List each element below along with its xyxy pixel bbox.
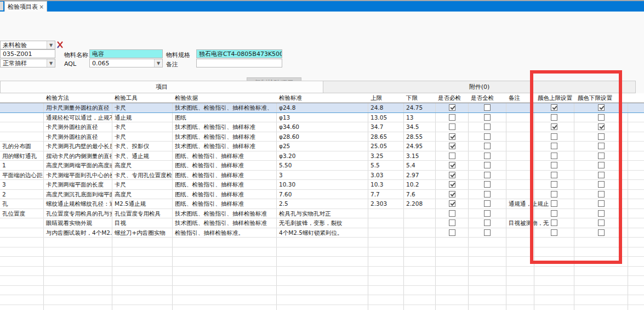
cell-blank[interactable] (628, 122, 644, 132)
cell-method[interactable]: 眼睛观看实物外观 (44, 218, 112, 228)
checkbox-must-check[interactable] (449, 229, 455, 236)
cell-note[interactable] (506, 113, 534, 122)
cell-upper[interactable]: 25.05 (368, 142, 404, 151)
cell-standard[interactable]: 10.30 (277, 180, 368, 189)
cell-upper[interactable] (368, 209, 404, 218)
cell-lower[interactable]: 28.55 (404, 132, 436, 142)
checkbox-full-check[interactable] (484, 191, 491, 198)
checkbox-color-lower[interactable] (598, 114, 605, 121)
cell-must[interactable] (436, 122, 469, 132)
checkbox-full-check[interactable] (484, 229, 491, 236)
checkbox-full-check[interactable] (484, 200, 491, 207)
cell-note[interactable] (506, 171, 534, 180)
cell-standard[interactable]: 5.50 (277, 161, 368, 170)
cell-method[interactable]: 卡尺测外圆柱的直径 (44, 122, 112, 132)
checkbox-color-upper[interactable] (551, 172, 557, 178)
table-row[interactable]: 与内齿圈试装时，4个M2.5螺螺丝刀+内齿圈实物检验指引、抽样检验标准。4个M2… (0, 228, 644, 238)
cell-tool[interactable]: 卡尺、专用孔位置度检具。 (112, 171, 173, 180)
cell-lower[interactable] (404, 228, 436, 238)
table-row[interactable]: 卡尺测外圆柱的直径卡尺技术图纸、检验指引、抽样标准φ34.6034.734.5 (0, 122, 644, 132)
cell-color_lower[interactable] (574, 132, 628, 142)
cell-blank[interactable] (628, 209, 644, 218)
cell-tool[interactable]: M2.5通止规 (112, 199, 173, 208)
material-name-input[interactable]: 电容 (89, 49, 163, 58)
cell-full[interactable] (469, 161, 506, 170)
checkbox-color-upper[interactable] (551, 133, 557, 140)
checkbox-color-upper[interactable] (551, 162, 557, 168)
cell-must[interactable] (436, 190, 469, 199)
checkbox-must-check[interactable] (449, 210, 455, 217)
cell-blank[interactable] (628, 161, 644, 170)
cell-name[interactable]: 孔位置度 (0, 209, 44, 218)
cell-tool[interactable]: 孔位置度专用检具 (112, 209, 173, 218)
cell-must[interactable] (436, 132, 469, 142)
cell-name[interactable] (0, 122, 44, 132)
cell-color_upper[interactable] (534, 190, 574, 199)
table-row[interactable]: 卡尺测外圆柱的直径卡尺技术图纸、检验指引、抽样标准φ28.6028.6528.5… (0, 132, 644, 142)
checkbox-color-upper[interactable] (551, 123, 557, 130)
checkbox-full-check[interactable] (484, 123, 491, 130)
cell-note[interactable]: 目视被测物，无 (506, 218, 534, 228)
cell-method[interactable]: 卡尺测端平面到孔中心的长· (44, 171, 112, 180)
cell-lower[interactable] (404, 218, 436, 228)
cell-basis[interactable]: 图纸、检验指引、抽样标准 (173, 151, 277, 161)
cell-lower[interactable]: 2.97 (404, 171, 436, 180)
chevron-down-icon[interactable]: ▼ (154, 59, 162, 67)
cell-tool[interactable]: 目视 (112, 218, 173, 228)
cell-standard[interactable]: φ34.60 (277, 122, 368, 132)
cell-note[interactable] (506, 161, 534, 170)
cell-lower[interactable]: 10.2 (404, 180, 436, 189)
tab-close-icon[interactable]: × (39, 4, 44, 10)
cell-basis[interactable]: 技术图纸、检验指引、抽样检验标准 (173, 218, 277, 228)
cell-upper[interactable] (368, 218, 404, 228)
cell-must[interactable] (436, 228, 469, 238)
cell-method[interactable]: 高度尺测沉孔底面到端平面: (44, 190, 112, 199)
cell-upper[interactable]: 3.03 (368, 171, 404, 180)
checkbox-must-check[interactable] (449, 162, 455, 168)
cell-full[interactable] (469, 142, 506, 151)
cell-color_upper[interactable] (534, 209, 574, 218)
checkbox-color-lower[interactable] (598, 229, 605, 236)
checkbox-must-check[interactable] (449, 191, 455, 198)
cell-color_lower[interactable] (574, 142, 628, 151)
checkbox-must-check[interactable] (449, 104, 455, 111)
column-header-3[interactable]: 检验依据 (173, 93, 277, 103)
cell-standard[interactable]: φ24.8 (277, 103, 368, 112)
cell-must[interactable] (436, 103, 469, 112)
cell-color_lower[interactable] (574, 228, 628, 238)
cell-must[interactable] (436, 113, 469, 122)
checkbox-full-check[interactable] (484, 104, 491, 111)
checkbox-full-check[interactable] (484, 143, 491, 149)
chevron-down-icon[interactable]: ▼ (47, 41, 55, 49)
cell-standard[interactable]: 无毛刺披锋，变形，裂纹 (277, 218, 368, 228)
cell-method[interactable]: 摆动卡尺的内侧测量的直径· (44, 151, 112, 161)
cell-name[interactable]: 3 (0, 180, 44, 189)
cell-full[interactable] (469, 228, 506, 238)
cell-name[interactable]: 2 (0, 190, 44, 199)
doc-number-input[interactable]: 035-Z001 (0, 49, 55, 58)
cell-full[interactable] (469, 151, 506, 161)
cell-lower[interactable]: 3.15 (404, 151, 436, 161)
cell-tool[interactable]: 卡尺 (112, 122, 173, 132)
cell-basis[interactable]: 图纸、检验指引、抽样标准 (173, 199, 277, 208)
cell-standard[interactable]: 2.5 (277, 199, 368, 208)
cell-tool[interactable]: 卡尺 (112, 180, 173, 189)
table-row[interactable]: 3卡尺测两端平面的长度卡尺图纸、检验指引、抽样标准10.3010.310.2 (0, 180, 644, 190)
cell-lower[interactable]: 2.208 (404, 199, 436, 208)
cell-tool[interactable]: 卡尺、投影仪 (112, 142, 173, 151)
cell-color_upper[interactable] (534, 151, 574, 161)
cell-basis[interactable]: 图纸、检验指引、抽样标准 (173, 161, 277, 170)
checkbox-must-check[interactable] (449, 114, 455, 121)
column-header-6[interactable]: 下限 (404, 93, 436, 103)
cell-color_lower[interactable] (574, 122, 628, 132)
checkbox-full-check[interactable] (484, 219, 491, 226)
checkbox-color-lower[interactable] (598, 210, 605, 217)
cell-color_upper[interactable] (534, 122, 574, 132)
cell-color_lower[interactable] (574, 218, 628, 228)
cell-must[interactable] (436, 209, 469, 218)
cell-tool[interactable]: 卡尺 (112, 132, 173, 142)
table-row[interactable]: 用卡尺测量外圆柱的直径卡尺技术图纸、检验指引、抽样检验标准、φ24.824.82… (0, 103, 644, 113)
material-spec-input[interactable]: 独石电容CT4-0805B473K500F3绿 (196, 49, 282, 58)
checkbox-must-check[interactable] (449, 219, 455, 226)
cell-full[interactable] (469, 122, 506, 132)
